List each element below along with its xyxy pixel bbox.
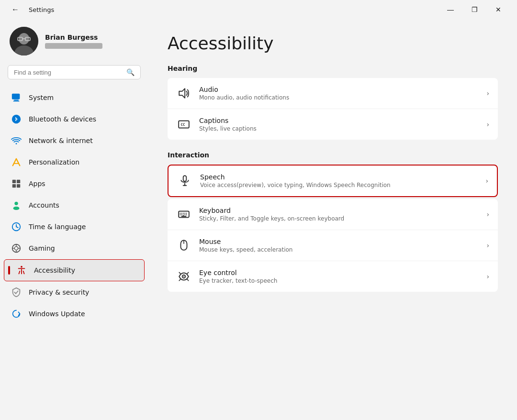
settings-row-captions[interactable]: CC Captions Styles, live captions › (168, 109, 498, 140)
back-button[interactable]: ← (8, 2, 23, 17)
section-hearing: Hearing Audio Mono audio, audio notifica… (168, 65, 498, 140)
settings-row-audio[interactable]: Audio Mono audio, audio notifications › (168, 78, 498, 109)
sidebar-item-privacy[interactable]: Privacy & security (4, 282, 145, 303)
sidebar-item-label-time: Time & language (29, 223, 86, 231)
sidebar-item-label-accessibility: Accessibility (34, 266, 75, 274)
speech-title: Speech (200, 173, 478, 181)
search-container: 🔍 (0, 65, 148, 87)
audio-desc: Mono audio, audio notifications (199, 94, 479, 101)
close-button[interactable]: ✕ (487, 2, 509, 17)
interaction-card: Keyboard Sticky, Filter, and Toggle keys… (168, 199, 498, 292)
bluetooth-icon (11, 113, 22, 125)
svg-rect-12 (12, 180, 16, 183)
audio-icon (176, 86, 191, 101)
sidebar-item-apps[interactable]: Apps (4, 173, 145, 194)
speech-icon (177, 173, 192, 188)
speech-text: Speech Voice access(preview), voice typi… (200, 173, 478, 188)
sidebar: Brian Burgess 🔍 Sy (0, 19, 148, 420)
keyboard-title: Keyboard (199, 207, 479, 214)
keyboard-icon (176, 207, 191, 222)
eye-control-chevron: › (486, 273, 489, 280)
settings-row-mouse[interactable]: Mouse Mouse keys, speed, acceleration › (168, 230, 498, 261)
speech-card-highlighted: Speech Voice access(preview), voice typi… (168, 165, 498, 197)
svg-point-17 (13, 207, 20, 210)
maximize-button[interactable]: ❐ (463, 2, 485, 17)
sidebar-item-time[interactable]: Time & language (4, 216, 145, 237)
section-title-hearing: Hearing (168, 65, 498, 72)
sidebar-item-label-personalization: Personalization (29, 158, 79, 166)
captions-title: Captions (199, 117, 479, 124)
mouse-text: Mouse Mouse keys, speed, acceleration (199, 238, 479, 253)
gaming-icon (11, 243, 22, 254)
search-box[interactable]: 🔍 (8, 65, 141, 79)
captions-text: Captions Styles, live captions (199, 117, 479, 132)
app-title: Settings (29, 6, 54, 13)
search-icon: 🔍 (126, 68, 135, 76)
svg-point-22 (14, 246, 18, 250)
keyboard-chevron: › (486, 210, 489, 218)
search-input[interactable] (14, 69, 123, 76)
eye-control-text: Eye control Eye tracker, text-to-speech (199, 269, 479, 284)
user-email-redacted (45, 43, 102, 49)
speech-chevron: › (485, 177, 488, 185)
user-profile: Brian Burgess (0, 19, 148, 65)
accessibility-icon (16, 265, 27, 276)
sidebar-item-gaming[interactable]: Gaming (4, 238, 145, 259)
nav-list: System Bluetooth & devices (0, 87, 148, 324)
network-icon (11, 135, 22, 146)
sidebar-item-label-network: Network & internet (29, 137, 93, 144)
keyboard-desc: Sticky, Filter, and Toggle keys, on-scre… (199, 215, 479, 222)
mouse-title: Mouse (199, 238, 479, 245)
sidebar-item-personalization[interactable]: Personalization (4, 152, 145, 173)
svg-rect-15 (17, 184, 20, 188)
sidebar-item-accessibility[interactable]: Accessibility (4, 259, 145, 281)
personalization-icon (11, 156, 22, 168)
sidebar-item-accounts[interactable]: Accounts (4, 195, 145, 216)
settings-row-speech[interactable]: Speech Voice access(preview), voice typi… (169, 166, 497, 196)
privacy-icon (11, 287, 22, 298)
svg-rect-7 (14, 100, 18, 101)
sidebar-item-bluetooth[interactable]: Bluetooth & devices (4, 109, 145, 130)
svg-line-20 (16, 227, 18, 228)
svg-rect-14 (12, 184, 16, 188)
eye-control-icon (176, 269, 191, 284)
sidebar-item-label-gaming: Gaming (29, 244, 55, 252)
mouse-icon (176, 238, 191, 253)
title-bar-left: ← Settings (8, 2, 54, 17)
audio-chevron: › (486, 89, 489, 97)
svg-point-9 (12, 115, 21, 123)
sidebar-item-system[interactable]: System (4, 87, 145, 108)
speech-desc: Voice access(preview), voice typing, Win… (200, 182, 478, 188)
main-content: Accessibility Hearing Audio Mo (148, 19, 517, 420)
minimize-button[interactable]: — (439, 2, 461, 17)
active-indicator (8, 266, 10, 275)
section-interaction: Interaction Speech Voice access(p (168, 151, 498, 292)
mouse-chevron: › (486, 242, 489, 249)
mouse-desc: Mouse keys, speed, acceleration (199, 246, 479, 253)
apps-icon (11, 178, 22, 189)
sidebar-item-label-bluetooth: Bluetooth & devices (29, 115, 96, 123)
system-icon (11, 92, 22, 103)
windows-update-icon (11, 308, 22, 320)
sidebar-item-windows-update[interactable]: Windows Update (4, 303, 145, 324)
user-info: Brian Burgess (45, 33, 102, 49)
hearing-card: Audio Mono audio, audio notifications › … (168, 78, 498, 140)
captions-chevron: › (486, 121, 489, 128)
sidebar-item-label-system: System (29, 94, 54, 101)
section-title-interaction: Interaction (168, 151, 498, 159)
svg-rect-13 (17, 180, 20, 183)
svg-rect-6 (12, 94, 20, 99)
accounts-icon (11, 199, 22, 211)
sidebar-item-label-accounts: Accounts (29, 201, 59, 209)
svg-point-10 (16, 143, 17, 144)
settings-row-eye-control[interactable]: Eye control Eye tracker, text-to-speech … (168, 261, 498, 292)
window-controls: — ❐ ✕ (439, 2, 509, 17)
svg-text:CC: CC (181, 122, 185, 127)
settings-row-keyboard[interactable]: Keyboard Sticky, Filter, and Toggle keys… (168, 199, 498, 230)
svg-rect-31 (183, 176, 187, 181)
captions-desc: Styles, live captions (199, 125, 479, 132)
app-body: Brian Burgess 🔍 Sy (0, 19, 517, 420)
svg-rect-8 (13, 100, 20, 101)
sidebar-item-network[interactable]: Network & internet (4, 130, 145, 151)
user-name: Brian Burgess (45, 33, 102, 41)
